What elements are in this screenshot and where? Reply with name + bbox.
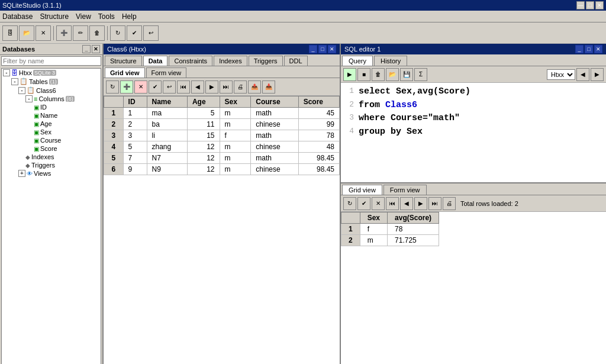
result-tab-grid[interactable]: Grid view [342, 185, 382, 195]
db-filter-input[interactable] [1, 56, 101, 66]
table-export-btn[interactable]: 📤 [248, 80, 261, 94]
result-cell-sex[interactable]: f [360, 224, 387, 235]
close-button[interactable]: ✕ [595, 1, 604, 9]
cell-course[interactable]: chinese [251, 141, 298, 153]
db-filter[interactable] [1, 56, 101, 66]
table-import-btn[interactable]: 📥 [262, 80, 275, 94]
cell-course[interactable]: chinese [251, 119, 298, 130]
cell-score[interactable]: 78 [298, 130, 339, 141]
cell-score[interactable]: 45 [298, 108, 339, 119]
table-panel-maximize[interactable]: □ [318, 45, 327, 53]
close-db-button[interactable]: ✕ [36, 25, 51, 41]
tab-indexes[interactable]: Indexes [214, 56, 247, 66]
sql-stop-btn[interactable]: ■ [357, 68, 370, 81]
tree-indexes[interactable]: ◆ Indexes [2, 153, 101, 161]
tree-triggers[interactable]: ◆ Triggers [2, 161, 101, 169]
cell-course[interactable]: math [251, 108, 298, 119]
cell-sex[interactable]: m [220, 119, 251, 130]
table-row[interactable]: 6 9 N9 12 m chinese 98.45 [104, 164, 340, 175]
columns-expand-icon[interactable]: - [25, 95, 33, 102]
table-add-row-btn[interactable]: ➕ [120, 80, 133, 94]
sql-clear-btn[interactable]: 🗑 [372, 68, 385, 81]
table-panel-close[interactable]: ✕ [328, 45, 336, 53]
delete-table-button[interactable]: 🗑 [89, 25, 105, 41]
menu-structure[interactable]: Structure [40, 12, 69, 21]
tree-col-sex[interactable]: ▣ Sex [2, 128, 101, 136]
tab-form-view[interactable]: Form view [146, 67, 187, 78]
new-db-button[interactable]: 🗄 [2, 25, 18, 41]
result-rollback-btn[interactable]: ✕ [372, 197, 385, 210]
result-tab-form[interactable]: Form view [383, 185, 427, 195]
views-expand-icon[interactable]: + [18, 170, 25, 177]
table-row[interactable]: 2 2 ba 11 m chinese 99 [104, 119, 340, 130]
cell-sex[interactable]: m [220, 141, 251, 153]
tree-columns[interactable]: - ≡ Columns (6) [2, 95, 101, 103]
maximize-button[interactable]: □ [586, 1, 594, 9]
result-cell-avg[interactable]: 71.725 [388, 235, 439, 246]
tab-ddl[interactable]: DDL [284, 56, 308, 66]
cell-age[interactable]: 12 [187, 141, 220, 153]
result-commit-btn[interactable]: ✔ [357, 197, 370, 210]
tab-grid-view[interactable]: Grid view [105, 67, 145, 78]
sql-save-btn[interactable]: 💾 [400, 68, 413, 81]
table-row[interactable]: 5 7 N7 12 m math 98.45 [104, 153, 340, 164]
cell-name[interactable]: N9 [147, 164, 187, 175]
table-commit-btn[interactable]: ✔ [149, 80, 162, 94]
cell-name[interactable]: zhang [147, 141, 187, 153]
sql-editor[interactable]: 1 select Sex,avg(Score) 2 from Class6 3 … [341, 83, 606, 183]
cell-id[interactable]: 5 [123, 141, 147, 153]
sql-db-select[interactable]: Htxx [547, 69, 575, 80]
tables-expand-icon[interactable]: - [11, 78, 18, 85]
cell-sex[interactable]: m [220, 108, 251, 119]
table-row[interactable]: 3 3 li 15 f math 78 [104, 130, 340, 141]
cell-id[interactable]: 3 [123, 130, 147, 141]
tab-constraints[interactable]: Constraints [169, 56, 212, 66]
menu-help[interactable]: Help [122, 12, 137, 21]
add-table-button[interactable]: ➕ [56, 25, 72, 41]
sql-open-btn[interactable]: 📂 [386, 68, 399, 81]
sql-run-btn[interactable]: ▶ [343, 68, 356, 81]
result-first-btn[interactable]: ⏮ [386, 197, 399, 210]
cell-score[interactable]: 98.45 [298, 164, 339, 175]
result-next-btn[interactable]: ▶ [414, 197, 427, 210]
result-cell-sex[interactable]: m [360, 235, 387, 246]
tree-col-score[interactable]: ▣ Score [2, 144, 101, 153]
sql-panel-maximize[interactable]: □ [585, 45, 593, 53]
cell-score[interactable]: 99 [298, 119, 339, 130]
sql-panel-close[interactable]: ✕ [594, 45, 602, 53]
cell-age[interactable]: 15 [187, 130, 220, 141]
title-bar-buttons[interactable]: — □ ✕ [576, 1, 604, 9]
cell-age[interactable]: 11 [187, 119, 220, 130]
cell-course[interactable]: math [251, 130, 298, 141]
db-panel-close[interactable]: ✕ [92, 45, 100, 53]
result-cell-avg[interactable]: 78 [388, 224, 439, 235]
table-panel-minimize[interactable]: _ [309, 45, 317, 53]
db-expand-icon[interactable]: - [3, 69, 10, 76]
sql-tab-query[interactable]: Query [342, 56, 373, 66]
cell-name[interactable]: ma [147, 108, 187, 119]
result-print-btn[interactable]: 🖨 [443, 197, 456, 210]
table-row[interactable]: 1 1 ma 5 m math 45 [104, 108, 340, 119]
db-panel-minimize[interactable]: _ [82, 45, 91, 53]
sql-tab-history[interactable]: History [374, 56, 407, 66]
table-last-btn[interactable]: ⏭ [220, 80, 233, 94]
table-prev-btn[interactable]: ◀ [191, 80, 204, 94]
sql-format-btn[interactable]: Σ [414, 68, 427, 81]
tree-col-name[interactable]: ▣ Name [2, 111, 101, 120]
cell-id[interactable]: 7 [123, 153, 147, 164]
menu-view[interactable]: View [76, 12, 91, 21]
cell-score[interactable]: 98.45 [298, 153, 339, 164]
cell-name[interactable]: ba [147, 119, 187, 130]
result-last-btn[interactable]: ⏭ [428, 197, 441, 210]
menu-database[interactable]: Database [2, 12, 33, 21]
result-row[interactable]: 1 f 78 [341, 224, 439, 235]
cell-name[interactable]: N7 [147, 153, 187, 164]
cell-score[interactable]: 48 [298, 141, 339, 153]
tree-tables[interactable]: - 📋 Tables (1) [2, 77, 101, 86]
tree-class6[interactable]: - 📋 Class6 [2, 86, 101, 95]
cell-course[interactable]: chinese [251, 164, 298, 175]
table-rollback-btn[interactable]: ↩ [163, 80, 176, 94]
result-row[interactable]: 2 m 71.725 [341, 235, 439, 246]
rollback-button[interactable]: ↩ [143, 25, 159, 41]
table-delete-row-btn[interactable]: ✕ [134, 80, 147, 94]
